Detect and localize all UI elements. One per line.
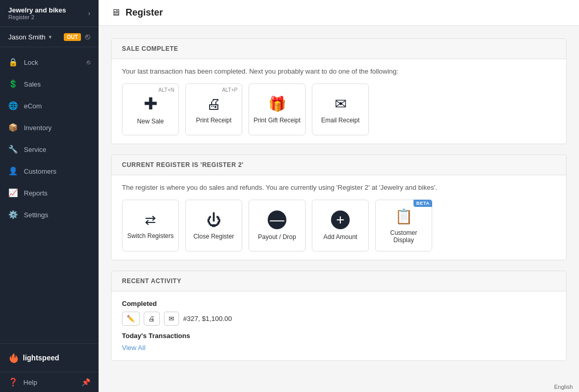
- brand-chevron: ›: [88, 10, 90, 17]
- logout-icon[interactable]: ⎋: [85, 32, 90, 41]
- sale-complete-body: Your last transaction has been completed…: [112, 59, 566, 144]
- current-register-description: The register is where you do sales and r…: [122, 184, 556, 191]
- language-footer[interactable]: English: [548, 382, 579, 392]
- switch-registers-label: Switch Registers: [127, 232, 173, 240]
- service-icon: 🔧: [8, 145, 18, 154]
- sale-complete-cards: ALT+N ✚ New Sale ALT+P 🖨 Print Receipt 🎁…: [122, 83, 556, 135]
- close-register-icon: ⏻: [206, 212, 221, 229]
- help-label: Help: [23, 379, 37, 386]
- help-button[interactable]: ❓ Help: [8, 377, 37, 387]
- recent-activity-body: Completed ✏️ 🖨 ✉ #327, $1,100.00 Today's…: [112, 291, 566, 360]
- sidebar-item-label-sales: Sales: [24, 80, 41, 88]
- print-receipt-card[interactable]: ALT+P 🖨 Print Receipt: [185, 83, 242, 135]
- sidebar-item-sales[interactable]: 💲 Sales: [0, 73, 99, 95]
- user-chevron: ▾: [49, 34, 52, 40]
- help-circle-icon: ❓: [8, 377, 18, 387]
- sale-complete-description: Your last transaction has been completed…: [122, 67, 556, 75]
- user-name: Jason Smith: [8, 33, 46, 41]
- customer-display-card[interactable]: BETA 📋 Customer Display: [375, 200, 432, 251]
- new-sale-shortcut: ALT+N: [158, 87, 174, 93]
- sidebar-item-label-service: Service: [24, 146, 46, 153]
- sidebar-item-label-customers: Customers: [24, 167, 57, 175]
- sidebar-brand-header[interactable]: Jewelry and bikes Register 2 ›: [0, 0, 99, 27]
- sidebar-item-lock[interactable]: 🔒 Lock ⎋: [0, 51, 99, 73]
- sidebar-item-customers[interactable]: 👤 Customers: [0, 160, 99, 182]
- email-receipt-icon: ✉: [335, 95, 347, 113]
- brand-name: Jewelry and bikes: [8, 6, 66, 14]
- main-content-area: 🖥 Register SALE COMPLETE Your last trans…: [99, 0, 579, 392]
- transactions-title: Today's Transactions: [122, 332, 556, 340]
- settings-icon: ⚙️: [8, 210, 18, 219]
- sale-complete-header: SALE COMPLETE: [112, 39, 566, 59]
- inventory-icon: 📦: [8, 123, 18, 132]
- print-receipt-label: Print Receipt: [196, 117, 232, 124]
- payout-drop-icon: —: [268, 211, 286, 229]
- email-transaction-button[interactable]: ✉: [164, 312, 179, 326]
- sidebar-item-label-settings: Settings: [24, 211, 48, 219]
- pin-icon[interactable]: 📌: [81, 378, 90, 386]
- new-sale-label: New Sale: [137, 118, 163, 125]
- main-body: SALE COMPLETE Your last transaction has …: [99, 26, 579, 392]
- print-transaction-button[interactable]: 🖨: [144, 312, 160, 326]
- sidebar-help-row: ❓ Help 📌: [0, 372, 99, 392]
- ecom-icon: 🌐: [8, 101, 18, 110]
- register-header-icon: 🖥: [111, 7, 120, 18]
- print-gift-receipt-label: Print Gift Receipt: [254, 117, 301, 124]
- switch-registers-icon: ⇄: [145, 212, 156, 228]
- email-receipt-label: Email Receipt: [321, 117, 360, 124]
- beta-badge: BETA: [413, 200, 432, 207]
- add-amount-card[interactable]: + Add Amount: [312, 200, 369, 251]
- print-gift-receipt-icon: 🎁: [268, 95, 286, 113]
- sidebar-item-inventory[interactable]: 📦 Inventory: [0, 117, 99, 138]
- current-register-section: CURRENT REGISTER IS 'REGISTER 2' The reg…: [111, 155, 567, 260]
- sidebar-item-service[interactable]: 🔧 Service: [0, 138, 99, 160]
- close-register-label: Close Register: [194, 233, 235, 240]
- sidebar: Jewelry and bikes Register 2 › Jason Smi…: [0, 0, 99, 392]
- sidebar-logo: lightspeed: [0, 343, 99, 372]
- new-sale-card[interactable]: ALT+N ✚ New Sale: [122, 83, 179, 135]
- main-header: 🖥 Register: [99, 0, 579, 26]
- sidebar-item-ecom[interactable]: 🌐 eCom: [0, 95, 99, 117]
- add-amount-icon: +: [331, 211, 350, 229]
- lightspeed-logo: lightspeed: [8, 352, 90, 363]
- sidebar-user-row: Jason Smith ▾ OUT ⎋: [0, 27, 99, 47]
- sidebar-item-settings[interactable]: ⚙️ Settings: [0, 204, 99, 226]
- out-badge: OUT: [64, 33, 81, 41]
- view-all-link[interactable]: View All: [122, 344, 145, 352]
- recent-activity-header: RECENT ACTIVITY: [112, 271, 566, 291]
- completed-label: Completed: [122, 300, 556, 307]
- close-register-card[interactable]: ⏻ Close Register: [185, 200, 242, 251]
- email-receipt-card[interactable]: ✉ Email Receipt: [312, 83, 369, 135]
- brand-info: Jewelry and bikes Register 2: [8, 6, 66, 20]
- sidebar-item-label-reports: Reports: [24, 189, 48, 197]
- sidebar-nav: 🔒 Lock ⎋ 💲 Sales 🌐 eCom 📦 Inventory 🔧 Se…: [0, 47, 99, 343]
- sidebar-item-reports[interactable]: 📈 Reports: [0, 182, 99, 204]
- customer-display-label: Customer Display: [380, 229, 428, 244]
- sale-complete-section: SALE COMPLETE Your last transaction has …: [111, 38, 567, 144]
- sidebar-item-label-lock: Lock: [24, 59, 38, 66]
- payout-drop-label: Payout / Drop: [258, 233, 296, 241]
- add-amount-label: Add Amount: [323, 233, 357, 241]
- user-info[interactable]: Jason Smith ▾: [8, 33, 52, 41]
- language-label: English: [554, 384, 573, 390]
- lock-action-icon[interactable]: ⎋: [87, 59, 90, 66]
- edit-transaction-button[interactable]: ✏️: [122, 312, 140, 326]
- sidebar-item-label-ecom: eCom: [24, 102, 42, 110]
- brand-sub: Register 2: [8, 14, 66, 20]
- reports-icon: 📈: [8, 188, 18, 198]
- lightspeed-flame-icon: [8, 352, 20, 363]
- new-sale-icon: ✚: [144, 94, 158, 114]
- activity-row: ✏️ 🖨 ✉ #327, $1,100.00: [122, 312, 556, 326]
- payout-drop-card[interactable]: — Payout / Drop: [249, 200, 306, 251]
- register-cards: ⇄ Switch Registers ⏻ Close Register — Pa…: [122, 200, 556, 251]
- current-register-body: The register is where you do sales and r…: [112, 175, 566, 260]
- lock-icon: 🔒: [8, 58, 18, 67]
- switch-registers-card[interactable]: ⇄ Switch Registers: [122, 200, 179, 251]
- customers-icon: 👤: [8, 166, 18, 176]
- print-gift-receipt-card[interactable]: 🎁 Print Gift Receipt: [249, 83, 306, 135]
- sidebar-item-label-inventory: Inventory: [24, 124, 51, 132]
- sales-icon: 💲: [8, 79, 18, 89]
- page-title: Register: [126, 7, 163, 18]
- current-register-header: CURRENT REGISTER IS 'REGISTER 2': [112, 155, 566, 175]
- lightspeed-text: lightspeed: [23, 354, 59, 362]
